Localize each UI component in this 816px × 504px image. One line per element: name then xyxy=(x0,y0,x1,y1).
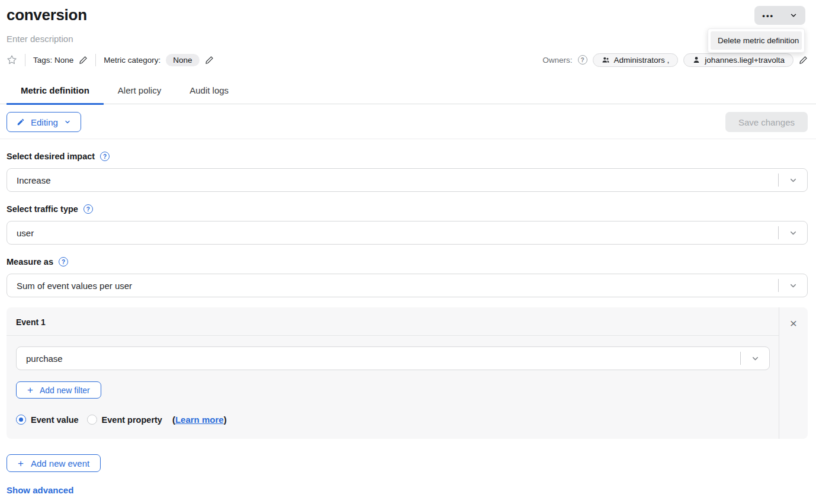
edit-metric-category-icon[interactable] xyxy=(205,56,214,65)
radio-event-value[interactable] xyxy=(16,415,26,425)
tab-metric-definition[interactable]: Metric definition xyxy=(7,79,104,104)
edit-toolbar: Editing Save changes xyxy=(0,104,816,139)
tab-audit-logs[interactable]: Audit logs xyxy=(175,79,243,104)
traffic-type-help-icon[interactable]: ? xyxy=(83,204,93,214)
save-changes-button[interactable]: Save changes xyxy=(725,112,808,132)
add-new-event-label: Add new event xyxy=(31,458,89,468)
learn-more-link[interactable]: Learn more xyxy=(175,415,224,425)
owner-name: johannes.liegl+travolta xyxy=(705,56,785,65)
group-icon xyxy=(602,56,610,64)
more-actions-chevron-button[interactable] xyxy=(782,6,805,25)
learn-more-wrap: (Learn more) xyxy=(172,415,227,425)
owners-label: Owners: xyxy=(542,56,572,65)
close-icon[interactable]: × xyxy=(790,317,797,329)
traffic-type-label: Select traffic type ? xyxy=(7,204,808,214)
tab-alert-policy[interactable]: Alert policy xyxy=(104,79,175,104)
measure-as-label: Measure as ? xyxy=(7,257,808,267)
tags-label: Tags: None xyxy=(33,56,73,65)
radio-event-value-label: Event value xyxy=(31,415,79,425)
owner-pill-user[interactable]: johannes.liegl+travolta xyxy=(683,53,793,67)
metric-definition-form: Select desired impact ? Increase Select … xyxy=(0,152,816,297)
tab-bar: Metric definition Alert policy Audit log… xyxy=(0,79,816,104)
add-new-filter-button[interactable]: + Add new filter xyxy=(16,381,101,399)
editing-mode-button[interactable]: Editing xyxy=(7,112,81,132)
editing-label: Editing xyxy=(31,117,58,127)
desired-impact-help-icon[interactable]: ? xyxy=(100,152,110,161)
measure-as-select[interactable]: Sum of event values per user xyxy=(7,274,808,297)
radio-event-property-label: Event property xyxy=(102,415,162,425)
event-select[interactable]: purchase xyxy=(16,346,770,370)
edit-tags-icon[interactable] xyxy=(79,56,88,65)
measure-as-value: Sum of event values per user xyxy=(7,281,778,291)
add-new-event-button[interactable]: + Add new event xyxy=(7,454,101,472)
more-actions-split-button: ••• xyxy=(754,6,805,25)
chevron-down-icon xyxy=(64,118,71,126)
page-header: conversion ••• xyxy=(0,0,816,25)
edit-owners-icon[interactable] xyxy=(799,56,808,65)
more-actions-button[interactable]: ••• xyxy=(754,6,782,25)
metric-category-item: Metric category: None xyxy=(104,54,213,66)
meta-left: Tags: None Metric category: None xyxy=(7,54,214,66)
more-actions-menu: Delete metric definition xyxy=(708,28,805,53)
metric-category-label: Metric category: xyxy=(104,56,160,65)
chevron-down-icon xyxy=(779,229,807,237)
desired-impact-value: Increase xyxy=(7,175,778,185)
chevron-down-icon xyxy=(789,11,798,20)
event-card-title: Event 1 xyxy=(7,307,779,336)
traffic-type-select[interactable]: user xyxy=(7,221,808,245)
divider xyxy=(25,54,25,66)
metric-category-value-pill[interactable]: None xyxy=(166,54,199,66)
owners-row: Owners: ? Administrators , johannes.lieg… xyxy=(542,53,808,67)
desired-impact-select[interactable]: Increase xyxy=(7,168,808,192)
traffic-type-value: user xyxy=(7,228,778,238)
desired-impact-label: Select desired impact ? xyxy=(7,152,808,161)
page-title: conversion xyxy=(7,6,87,24)
person-icon xyxy=(692,56,701,64)
divider xyxy=(95,54,96,66)
event-card-body: purchase + Add new filter Event value Ev… xyxy=(7,336,779,439)
owner-name: Administrators , xyxy=(614,56,670,65)
description-placeholder[interactable]: Enter description xyxy=(0,34,816,44)
plus-icon: + xyxy=(27,385,33,395)
chevron-down-icon xyxy=(779,176,807,185)
event-card-close-column: × xyxy=(779,307,808,439)
pencil-icon xyxy=(17,118,25,126)
add-new-filter-label: Add new filter xyxy=(40,386,90,395)
tags-item: Tags: None xyxy=(33,56,88,65)
radio-event-property[interactable] xyxy=(87,415,97,425)
owner-pill-group[interactable]: Administrators , xyxy=(593,53,679,67)
event-card-main: Event 1 purchase + Add new filter Event … xyxy=(7,307,779,439)
owners-help-icon[interactable]: ? xyxy=(578,55,587,65)
menu-item-delete-metric-definition[interactable]: Delete metric definition xyxy=(711,31,802,50)
event-measure-radio-group: Event value Event property (Learn more) xyxy=(16,415,770,425)
chevron-down-icon xyxy=(779,281,807,290)
favorite-star-icon[interactable] xyxy=(7,54,17,65)
event-card: Event 1 purchase + Add new filter Event … xyxy=(7,307,808,439)
show-advanced-link[interactable]: Show advanced xyxy=(7,485,73,495)
ellipsis-icon: ••• xyxy=(762,12,774,20)
measure-as-help-icon[interactable]: ? xyxy=(59,257,68,267)
plus-icon: + xyxy=(18,458,24,468)
event-select-value: purchase xyxy=(17,354,740,364)
chevron-down-icon xyxy=(741,354,769,363)
meta-row: Tags: None Metric category: None Owners:… xyxy=(0,53,816,67)
